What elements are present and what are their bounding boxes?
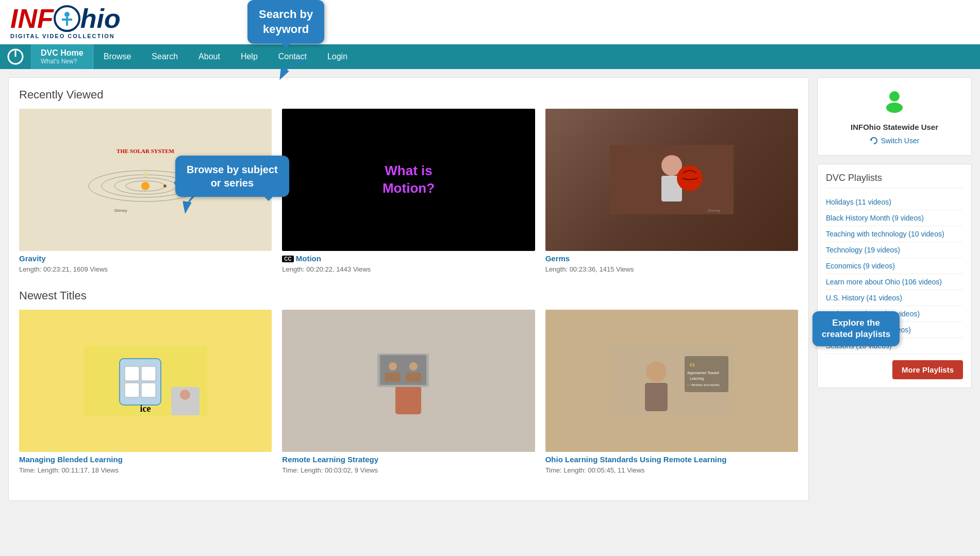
main-container: Browse by subjector series Recently View… <box>0 69 980 509</box>
video-card-motion[interactable]: What isMotion? CCMotion Length: 00:20:22… <box>282 109 535 274</box>
video-title-motion[interactable]: CCMotion <box>282 254 535 263</box>
svg-rect-26 <box>141 366 156 381</box>
svg-text:Approaches Toward: Approaches Toward <box>687 371 719 375</box>
logo-inf: INF <box>10 5 54 32</box>
nav-home-title: DVC Home <box>41 48 84 58</box>
playlist-item-0[interactable]: Holidays (11 videos) <box>826 194 963 210</box>
logo-subtitle: DIGITAL VIDEO COLLECTION <box>10 33 121 39</box>
svg-rect-27 <box>125 383 139 397</box>
video-card-ohio[interactable]: #1 Approaches Toward Learning — Whether … <box>545 310 798 475</box>
nav-help[interactable]: Help <box>230 44 268 69</box>
svg-point-21 <box>677 165 703 191</box>
thumb-germs: Disney <box>545 109 798 251</box>
svg-text:ice: ice <box>140 403 151 414</box>
svg-point-42 <box>646 361 667 382</box>
nav-power-icon[interactable] <box>0 44 31 69</box>
svg-rect-28 <box>141 383 156 397</box>
logo[interactable]: INF hio DIGITAL VIDEO COLLECTION <box>10 5 121 39</box>
svg-text:Disney: Disney <box>114 208 127 213</box>
tooltip-search-keyword: Search bykeyword <box>247 0 324 44</box>
svg-point-37 <box>389 362 397 370</box>
nav-browse[interactable]: Browse <box>93 44 141 69</box>
header: INF hio DIGITAL VIDEO COLLECTION Search … <box>0 0 980 44</box>
video-card-remote[interactable]: Remote Learning Strategy Time: Length: 0… <box>282 310 535 475</box>
navbar: DVC Home What's New? Browse Search About… <box>0 44 980 69</box>
user-avatar-icon <box>828 88 961 119</box>
video-meta-ohio: Time: Length: 00:05:45, 11 Views <box>545 466 645 474</box>
playlists-title: DVC Playlists <box>826 173 963 188</box>
svg-point-50 <box>886 103 903 113</box>
thumb-blended: ice <box>19 310 272 452</box>
motion-thumb-text: What isMotion? <box>383 162 435 197</box>
nav-about[interactable]: About <box>188 44 230 69</box>
tooltip-browse: Browse by subjector series <box>175 156 289 197</box>
cc-badge: CC <box>282 256 293 262</box>
svg-point-12 <box>141 182 150 190</box>
thumb-motion: What isMotion? <box>282 109 535 251</box>
sidebar: INFOhio Statewide User Switch User DVC P… <box>817 77 972 501</box>
playlist-item-6[interactable]: U.S. History (41 videos) <box>826 290 963 306</box>
nav-home-sub: What's New? <box>41 58 84 65</box>
video-title-ohio[interactable]: Ohio Learning Standards Using Remote Lea… <box>545 455 798 464</box>
playlists-card: DVC Playlists Holidays (11 videos) Black… <box>817 164 972 388</box>
video-title-blended[interactable]: Managing Blended Learning <box>19 455 272 464</box>
more-playlists-button[interactable]: More Playlists <box>892 360 963 379</box>
svg-point-16 <box>143 172 148 177</box>
video-meta-gravity: Length: 00:23:21, 1609 Views <box>19 265 108 273</box>
svg-point-31 <box>180 390 190 400</box>
recently-viewed-title: Recently Viewed <box>19 88 798 102</box>
svg-text:Learning: Learning <box>690 377 704 381</box>
video-card-blended[interactable]: ice Managing Blended Learning Time: Leng… <box>19 310 272 475</box>
recently-viewed-grid: THE SOLAR SYSTEM Disney Gravit <box>19 109 798 274</box>
svg-rect-24 <box>120 359 161 405</box>
svg-rect-38 <box>385 373 401 382</box>
svg-rect-40 <box>406 373 421 382</box>
video-meta-motion: Length: 00:20:22, 1443 Views <box>282 265 371 273</box>
thumb-ohio: #1 Approaches Toward Learning — Whether … <box>545 310 798 452</box>
video-title-gravity[interactable]: Gravity <box>19 254 272 263</box>
logo-ohio: hio <box>80 5 121 32</box>
svg-point-49 <box>889 91 900 102</box>
svg-rect-25 <box>125 366 139 381</box>
video-meta-germs: Length: 00:23:36, 1415 Views <box>545 265 634 273</box>
svg-text:Disney: Disney <box>708 208 720 213</box>
thumb-remote <box>282 310 535 452</box>
svg-text:— Whether and Identify: — Whether and Identify <box>687 383 720 386</box>
logo-o-icon <box>54 5 80 32</box>
playlist-item-2[interactable]: Teaching with technology (10 videos) <box>826 226 963 242</box>
playlist-item-5[interactable]: Learn more about Ohio (106 videos) <box>826 274 963 290</box>
nav-login[interactable]: Login <box>317 44 358 69</box>
tooltip-search-arrow <box>278 57 320 82</box>
playlist-item-1[interactable]: Black History Month (9 videos) <box>826 210 963 226</box>
switch-user-button[interactable]: Switch User <box>870 137 920 145</box>
svg-rect-34 <box>395 386 421 414</box>
newest-titles-grid: ice Managing Blended Learning Time: Leng… <box>19 310 798 475</box>
user-card: INFOhio Statewide User Switch User <box>817 77 972 156</box>
video-title-remote[interactable]: Remote Learning Strategy <box>282 455 535 464</box>
video-meta-remote: Time: Length: 00:03:02, 9 Views <box>282 466 378 474</box>
video-meta-blended: Time: Length: 00:11:17, 18 Views <box>19 466 119 474</box>
video-card-germs[interactable]: Disney Germs Length: 00:23:36, 1415 View… <box>545 109 798 274</box>
svg-rect-43 <box>645 383 668 411</box>
content-area: Recently Viewed THE SOLAR SYSTEM <box>8 77 809 501</box>
nav-search[interactable]: Search <box>141 44 188 69</box>
svg-point-13 <box>163 184 167 188</box>
newest-titles-title: Newest Titles <box>19 289 798 302</box>
switch-icon <box>870 137 878 145</box>
video-title-germs[interactable]: Germs <box>545 254 798 263</box>
nav-home[interactable]: DVC Home What's New? <box>31 44 93 69</box>
user-name: INFOhio Statewide User <box>828 123 961 131</box>
svg-point-39 <box>409 362 418 370</box>
playlist-item-4[interactable]: Economics (9 videos) <box>826 258 963 274</box>
svg-point-1 <box>64 12 70 17</box>
svg-text:THE SOLAR SYSTEM: THE SOLAR SYSTEM <box>117 148 174 154</box>
playlist-item-3[interactable]: Technology (19 videos) <box>826 242 963 258</box>
tooltip-playlists: Explore thecreated playlists <box>812 311 900 346</box>
svg-text:#1: #1 <box>690 362 695 367</box>
